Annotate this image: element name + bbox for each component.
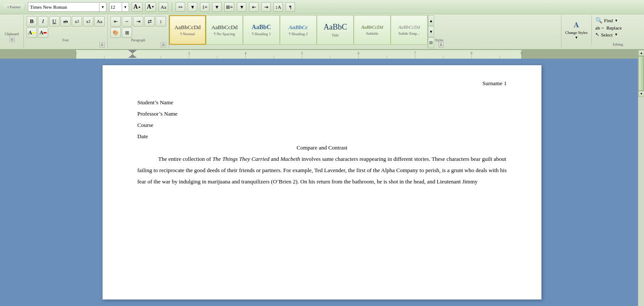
font-name-group: Times New Roman ▼ — [28, 2, 106, 12]
svg-rect-1 — [521, 50, 644, 59]
borders-button[interactable]: ⊞ — [122, 27, 132, 38]
date-line: Date — [137, 131, 507, 142]
find-label: Find — [604, 18, 613, 23]
find-button[interactable]: 🔍 Find ▼ — [595, 17, 641, 24]
style-title-button[interactable]: AaBbC Title — [317, 15, 354, 45]
select-button[interactable]: ↖ Select ▼ — [595, 32, 641, 37]
paragraph-expand-button[interactable]: ⊡ — [161, 42, 166, 47]
ruler: 1 2 3 4 5 6 7 8 9 — [0, 50, 644, 59]
editing-group: 🔍 Find ▼ ab→ Replace ↖ Select ▼ Editing — [592, 15, 644, 48]
font-size-input[interactable]: 12 — [109, 2, 122, 12]
numbering-dropdown[interactable]: ▼ — [212, 2, 222, 12]
clipboard-label: Clipboard — [5, 32, 19, 36]
svg-text:4: 4 — [245, 51, 246, 55]
styles-expand-button[interactable]: ⊟ — [428, 37, 434, 48]
change-case-button[interactable]: Aa — [94, 16, 105, 27]
subscript-button[interactable]: x2 — [72, 16, 82, 27]
style-nospacing-button[interactable]: AaBbCcDd ¶ No Spacing — [206, 15, 243, 45]
change-styles-label: Change Styles — [565, 30, 588, 35]
main-area: 1 2 3 4 5 6 7 8 9 Surname 1 — [0, 50, 644, 306]
bullets-dropdown[interactable]: ▼ — [188, 2, 197, 12]
italic-button[interactable]: I — [38, 16, 48, 27]
styles-group-label: Styles — [435, 38, 444, 42]
bullets-button[interactable]: ≡• — [176, 2, 185, 12]
scrollbar-up-button[interactable]: ▲ — [638, 50, 644, 56]
line-spacing-button[interactable]: ↕ — [156, 16, 166, 27]
styles-expand-corner-button[interactable]: ⊡ — [438, 42, 444, 47]
scrollbar-thumb[interactable] — [638, 56, 644, 91]
font-size-group: 12 ▼ — [109, 2, 129, 12]
superscript-button[interactable]: x2 — [83, 16, 93, 27]
style-heading1-button[interactable]: AaBbC ¶ Heading 1 — [243, 15, 280, 45]
svg-rect-2 — [76, 50, 521, 59]
strikethrough-button[interactable]: ab — [60, 16, 71, 27]
ribbon-bottom-row: Clipboard ⊡ B I U ab x2 x2 Aa A A Font ⊡ — [0, 14, 644, 49]
font-group-label: Font — [27, 38, 105, 42]
styles-scroll-up-button[interactable]: ▲ — [428, 15, 434, 26]
font-grow-button[interactable]: A▲ — [132, 2, 143, 12]
increase-indent-button[interactable]: ⇥ — [261, 2, 271, 12]
replace-button[interactable]: ab→ Replace — [595, 25, 641, 30]
scrollbar-down-button[interactable]: ▼ — [638, 91, 644, 97]
paragraph-row2: 🎨 ⊞ — [110, 27, 166, 38]
show-paragraph-button[interactable]: ¶ — [285, 2, 295, 12]
clear-formatting-button[interactable]: Aa — [159, 2, 168, 12]
divider — [172, 2, 172, 12]
font-name-dropdown-arrow[interactable]: ▼ — [100, 2, 106, 12]
font-color-button[interactable]: A — [38, 27, 48, 38]
select-arrow: ▼ — [614, 33, 618, 37]
styles-label-area: Styles ⊡ — [434, 15, 445, 48]
bold-button[interactable]: B — [27, 16, 37, 27]
align-left-button[interactable]: ⇤ — [110, 16, 121, 27]
font-size-dropdown-arrow[interactable]: ▼ — [122, 2, 129, 12]
style-subtitle-button[interactable]: AaBbCcDd Subtitle — [354, 15, 391, 45]
style-normal-button[interactable]: AaBbCcDd ¶ Normal — [169, 15, 206, 45]
change-styles-arrow: ▼ — [575, 36, 578, 40]
svg-text:5: 5 — [301, 51, 303, 55]
svg-text:8: 8 — [471, 51, 472, 55]
format-painter-area: t Painter — [3, 4, 25, 10]
document-body[interactable]: Student’s Name Professor’s Name Course D… — [137, 97, 507, 187]
svg-text:3: 3 — [188, 51, 190, 55]
header-surname: Surname 1 — [482, 80, 507, 86]
svg-text:6: 6 — [358, 51, 359, 55]
font-row2: A A — [27, 27, 105, 38]
multilevel-list-button[interactable]: ⊞≡ — [224, 2, 234, 12]
select-label: Select — [601, 32, 613, 37]
clipboard-group: Clipboard ⊡ — [0, 15, 24, 48]
professor-name-line: Professor’s Name — [137, 108, 507, 120]
ruler-svg: 1 2 3 4 5 6 7 8 9 — [0, 50, 644, 59]
multilevel-dropdown[interactable]: ▼ — [237, 2, 246, 12]
paragraph-row1: ⇤ ↔ ⇥ ⇄ ↕ — [110, 16, 166, 27]
style-subtle-button[interactable]: AaBbCcDd Subtle Emp... — [391, 15, 428, 45]
select-icon: ↖ — [595, 32, 599, 37]
font-name-selector[interactable]: Times New Roman — [28, 2, 100, 12]
styles-buttons-container: AaBbCcDd ¶ Normal AaBbCcDd ¶ No Spacing … — [169, 15, 428, 48]
align-center-button[interactable]: ↔ — [122, 16, 132, 27]
font-shrink-button[interactable]: A▼ — [145, 2, 156, 12]
sort-button[interactable]: ↕A — [273, 2, 283, 12]
decrease-indent-button[interactable]: ⇤ — [249, 2, 259, 12]
highlight-button[interactable]: A — [27, 27, 37, 38]
font-group: B I U ab x2 x2 Aa A A Font ⊡ — [24, 15, 108, 48]
change-styles-button[interactable]: 𝐀 Change Styles ▼ — [561, 15, 592, 45]
styles-scroll-down-button[interactable]: ▼ — [428, 26, 434, 37]
numbering-button[interactable]: 1≡ — [200, 2, 209, 12]
course-line: Course — [137, 120, 507, 131]
vertical-scrollbar: ▲ ▼ — [638, 50, 644, 306]
paragraph-group-label: Paragraph — [110, 38, 166, 42]
clipboard-expand-button[interactable]: ⊡ — [10, 37, 15, 42]
ribbon: t Painter Times New Roman ▼ 12 ▼ A▲ A▼ A… — [0, 0, 644, 50]
align-right-button[interactable]: ⇥ — [133, 16, 143, 27]
scrollbar-track[interactable] — [638, 56, 644, 91]
document-page[interactable]: Surname 1 Student’s Name Professor’s Nam… — [103, 65, 541, 299]
justify-button[interactable]: ⇄ — [144, 16, 155, 27]
shading-button[interactable]: 🎨 — [110, 27, 121, 38]
font-expand-button[interactable]: ⊡ — [100, 42, 105, 47]
replace-icon: ab→ — [595, 25, 604, 30]
style-heading2-button[interactable]: AaBbCc ¶ Heading 2 — [280, 15, 317, 45]
paragraph-group: ⇤ ↔ ⇥ ⇄ ↕ 🎨 ⊞ Paragraph ⊡ — [108, 15, 169, 48]
replace-label: Replace — [606, 25, 621, 30]
styles-scroll-container: ▲ ▼ ⊟ — [428, 15, 434, 48]
underline-button[interactable]: U — [49, 16, 60, 27]
